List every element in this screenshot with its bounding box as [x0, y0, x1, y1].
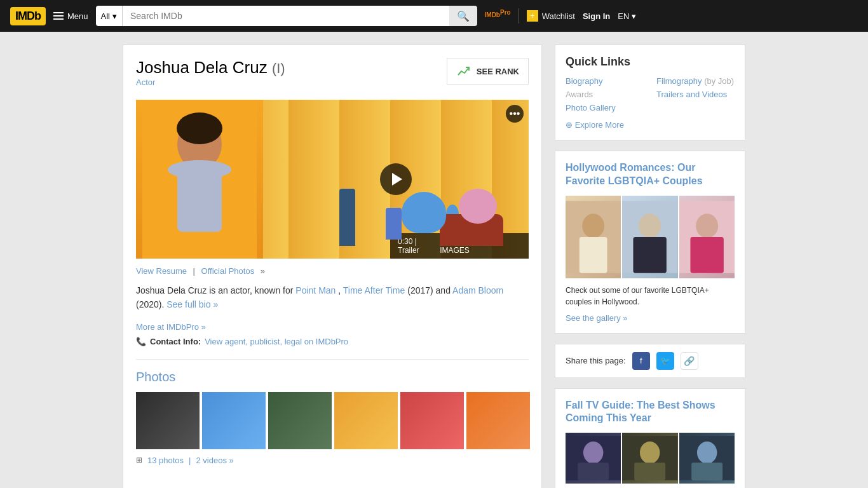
quick-links-grid: Biography Filmography (by Job) Awards Tr…	[566, 76, 735, 112]
photo-thumb-5[interactable]	[400, 392, 464, 449]
search-category-label: All	[101, 11, 110, 21]
twitter-share-button[interactable]: 🐦	[656, 352, 674, 370]
main-content: Joshua Dela Cruz (I) Actor SEE RANK	[123, 44, 542, 488]
romances-title: Hollywood Romances: Our Favorite LGBTQIA…	[566, 161, 735, 188]
share-label: Share this page:	[566, 356, 626, 365]
photos-count-link[interactable]: 13 photos	[147, 456, 184, 465]
page-wrapper: Joshua Dela Cruz (I) Actor SEE RANK	[59, 32, 809, 488]
menu-label: Menu	[67, 11, 88, 21]
romance-photo-3	[679, 196, 735, 278]
trailers-videos-link[interactable]: Trailers and Videos	[656, 90, 735, 99]
photo-thumb-2[interactable]	[202, 392, 266, 449]
svg-point-18	[640, 442, 660, 464]
film1-link[interactable]: Point Man	[295, 285, 336, 295]
bio-film2-year: (2017) and	[407, 285, 451, 295]
links-arrow: »	[261, 266, 265, 276]
facebook-share-button[interactable]: f	[632, 352, 650, 370]
see-gallery-text: See the gallery	[566, 313, 621, 323]
sidebar: Quick Links Biography Filmography (by Jo…	[555, 44, 745, 488]
copy-link-button[interactable]: 🔗	[681, 352, 698, 370]
imdbpro-logo[interactable]: IMDbPro	[485, 9, 511, 23]
links-bar: View Resume | Official Photos »	[136, 266, 529, 276]
quick-links-title: Quick Links	[566, 55, 735, 69]
search-input[interactable]	[123, 6, 449, 26]
fall-tv-title: Fall TV Guide: The Best Shows Coming Thi…	[566, 399, 735, 426]
film3-link[interactable]: Adam Bloom	[452, 285, 503, 295]
play-button[interactable]	[380, 163, 412, 195]
contact-link[interactable]: View agent, publicist, legal on IMDbPro	[205, 337, 348, 346]
imdbpro-label: IMDbPro	[485, 11, 511, 18]
photo-thumb-6[interactable]	[466, 392, 530, 449]
rank-chart-icon	[456, 64, 471, 79]
mailbox	[386, 208, 402, 240]
film2-link[interactable]: Time After Time	[343, 285, 405, 295]
videos-link[interactable]: 2 videos »	[196, 456, 234, 465]
romance-img-3[interactable]	[679, 196, 735, 278]
header-divider	[519, 8, 519, 24]
grid-icon: ⊞	[136, 456, 142, 464]
more-at-imdbpro[interactable]: More at IMDbPro »	[136, 322, 529, 332]
menu-button[interactable]: Menu	[53, 11, 88, 21]
fall-tv-photo-2	[622, 433, 677, 484]
explore-more-link[interactable]: Explore More	[566, 120, 735, 130]
photos-videos-separator: |	[189, 456, 191, 465]
watchlist-button[interactable]: + Watchlist	[527, 10, 575, 22]
romance-images	[566, 196, 735, 278]
see-gallery-link[interactable]: See the gallery »	[566, 313, 628, 323]
watchlist-icon: +	[527, 10, 538, 22]
pink-dog	[459, 189, 497, 224]
view-resume-link[interactable]: View Resume	[136, 266, 187, 276]
svg-point-6	[582, 214, 604, 238]
search-submit-button[interactable]: 🔍	[449, 6, 477, 26]
photo-gallery-link[interactable]: Photo Gallery	[566, 103, 644, 112]
contact-label: Contact Info:	[150, 337, 201, 346]
person-name: Joshua Dela Cruz (I)	[136, 58, 285, 78]
romance-img-1[interactable]	[566, 196, 621, 278]
fall-tv-img-3[interactable]	[679, 433, 735, 484]
site-header: IMDb Menu All ▾ 🔍 IMDbPro + Watchlist Si…	[0, 0, 868, 32]
romances-section: Hollywood Romances: Our Favorite LGBTQIA…	[555, 151, 745, 334]
svg-point-21	[697, 442, 717, 464]
more-options-button[interactable]: •••	[506, 105, 524, 123]
see-rank-label: SEE RANK	[477, 67, 519, 76]
fall-tv-img-2[interactable]	[622, 433, 677, 484]
chevron-down-icon: ▾	[632, 11, 636, 21]
fall-tv-img-1[interactable]	[566, 433, 621, 484]
signin-button[interactable]: Sign In	[583, 11, 610, 21]
photos-section-title: Photos	[136, 370, 529, 384]
see-full-bio-link[interactable]: See full bio »	[166, 299, 218, 309]
bio-text: Joshua Dela Cruz is an actor, known for …	[136, 283, 529, 312]
share-box: Share this page: f 🐦 🔗	[555, 344, 745, 378]
svg-point-2	[177, 112, 222, 144]
svg-rect-10	[634, 237, 667, 273]
fall-tv-photo-1	[566, 433, 621, 484]
imdb-logo[interactable]: IMDb	[10, 7, 46, 25]
language-selector[interactable]: EN ▾	[618, 11, 636, 21]
romance-description: Check out some of our favorite LGBTQIA+ …	[566, 285, 735, 308]
romance-img-2[interactable]	[622, 196, 677, 278]
person-body	[339, 189, 355, 246]
photo-thumb-3[interactable]	[268, 392, 332, 449]
blue-dog	[402, 192, 446, 233]
person-photo[interactable]	[136, 100, 263, 259]
biography-link[interactable]: Biography	[566, 76, 644, 86]
video-player[interactable]: ••• 0:30 | Trailer 2 VIDEOS | 13 IMAGES	[263, 100, 529, 259]
video-duration: 0:30 | Trailer	[398, 237, 440, 255]
person-header: Joshua Dela Cruz (I) Actor SEE RANK	[136, 58, 529, 95]
see-rank-button[interactable]: SEE RANK	[447, 58, 529, 85]
svg-point-12	[696, 214, 718, 238]
filmography-link[interactable]: Filmography	[656, 76, 702, 86]
photos-footer: ⊞ 13 photos | 2 videos »	[136, 456, 529, 465]
phone-icon: 📞	[136, 337, 146, 346]
photo-thumb-4[interactable]	[334, 392, 398, 449]
search-category-dropdown[interactable]: All ▾	[96, 6, 123, 26]
photo-thumb-1[interactable]	[136, 392, 200, 449]
filmography-container: Filmography (by Job)	[656, 76, 735, 86]
official-photos-link[interactable]: Official Photos	[201, 266, 255, 276]
bio-film3-year: (2020).	[136, 299, 164, 309]
svg-point-9	[639, 214, 661, 238]
contact-info: 📞 Contact Info: View agent, publicist, l…	[136, 337, 529, 346]
links-separator-1: |	[193, 266, 198, 276]
fall-tv-section: Fall TV Guide: The Best Shows Coming Thi…	[555, 388, 745, 488]
see-gallery-arrow: »	[621, 313, 628, 323]
